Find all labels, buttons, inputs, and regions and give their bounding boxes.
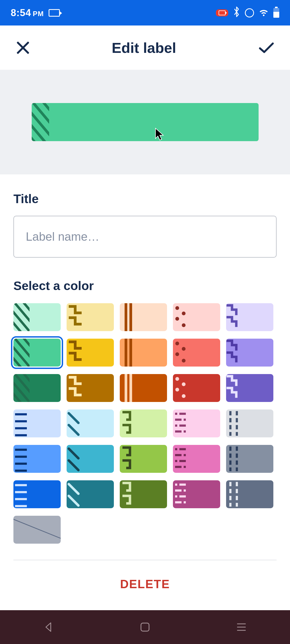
color-swatch-pink[interactable]	[173, 445, 220, 473]
color-swatch-red-light[interactable]	[173, 303, 220, 331]
color-swatch-purple[interactable]	[226, 339, 273, 367]
page-title: Edit label	[112, 39, 176, 56]
svg-line-31	[69, 425, 78, 435]
label-preview-area	[0, 70, 290, 174]
svg-line-62	[69, 484, 78, 494]
nav-recent-icon[interactable]	[236, 623, 247, 631]
color-swatch-lime-light[interactable]	[120, 409, 167, 437]
nav-home-icon[interactable]	[140, 622, 150, 632]
svg-line-63	[69, 496, 78, 506]
color-swatch-grid	[13, 303, 277, 544]
label-name-input[interactable]	[13, 216, 277, 258]
color-swatch-gray-light[interactable]	[226, 409, 273, 437]
color-swatch-orange[interactable]	[120, 339, 167, 367]
svg-rect-44	[15, 463, 27, 465]
svg-rect-37	[179, 425, 186, 427]
svg-rect-49	[179, 448, 186, 450]
color-swatch-lime-dark[interactable]	[120, 480, 167, 508]
svg-rect-61	[15, 505, 27, 507]
svg-rect-13	[129, 339, 132, 367]
recording-indicator-icon	[216, 9, 228, 16]
svg-rect-35	[184, 419, 186, 421]
battery-icon	[273, 8, 279, 18]
svg-rect-50	[175, 454, 182, 456]
color-swatch-green-dark[interactable]	[13, 374, 61, 402]
color-swatch-sky-dark[interactable]	[67, 480, 114, 508]
delete-button[interactable]: DELETE	[120, 577, 170, 591]
svg-rect-28	[15, 427, 27, 429]
svg-rect-27	[15, 420, 27, 422]
svg-point-15	[182, 347, 186, 351]
close-button[interactable]	[16, 41, 30, 55]
svg-rect-43	[15, 456, 27, 458]
color-swatch-sky-light[interactable]	[67, 409, 114, 437]
color-swatch-red-dark[interactable]	[173, 374, 220, 402]
color-swatch-yellow-dark[interactable]	[67, 374, 114, 402]
color-swatch-lime[interactable]	[120, 445, 167, 473]
svg-rect-34	[175, 419, 182, 421]
svg-point-6	[175, 306, 179, 310]
svg-rect-48	[175, 448, 177, 450]
color-swatch-none[interactable]	[13, 516, 61, 544]
color-swatch-orange-light[interactable]	[120, 303, 167, 331]
svg-rect-4	[125, 303, 127, 331]
svg-rect-59	[15, 491, 27, 493]
svg-rect-3	[13, 303, 30, 331]
svg-rect-53	[179, 460, 186, 462]
android-nav-bar	[0, 610, 290, 644]
svg-rect-70	[175, 501, 182, 503]
svg-rect-20	[125, 374, 127, 402]
svg-point-17	[182, 359, 186, 363]
color-swatch-pink-dark[interactable]	[173, 480, 220, 508]
svg-rect-42	[15, 449, 27, 451]
color-swatch-blue-dark[interactable]	[13, 480, 61, 508]
svg-rect-71	[184, 501, 186, 503]
confirm-button[interactable]	[258, 42, 274, 54]
color-swatch-pink-light[interactable]	[173, 409, 220, 437]
svg-rect-5	[129, 303, 132, 331]
color-swatch-red[interactable]	[173, 339, 220, 367]
wifi-icon	[259, 9, 269, 17]
label-preview	[32, 103, 259, 141]
svg-point-22	[175, 377, 179, 381]
svg-rect-66	[175, 489, 182, 492]
color-swatch-purple-light[interactable]	[226, 303, 273, 331]
svg-rect-36	[175, 425, 177, 427]
svg-rect-65	[179, 484, 186, 486]
color-swatch-green-light[interactable]	[13, 303, 61, 331]
svg-rect-11	[13, 339, 30, 367]
svg-rect-67	[184, 489, 186, 492]
svg-rect-69	[179, 495, 186, 497]
screencast-icon	[49, 9, 60, 17]
color-swatch-gray-dark[interactable]	[226, 480, 273, 508]
svg-point-14	[175, 342, 179, 345]
svg-rect-45	[15, 470, 27, 472]
color-swatch-blue-light[interactable]	[13, 409, 61, 437]
color-swatch-blue[interactable]	[13, 445, 61, 473]
svg-rect-38	[175, 430, 182, 433]
svg-point-9	[182, 323, 186, 327]
svg-point-16	[175, 352, 179, 356]
svg-rect-12	[125, 339, 127, 367]
svg-point-24	[175, 388, 179, 391]
color-swatch-green[interactable]	[13, 339, 61, 367]
color-swatch-orange-dark[interactable]	[120, 374, 167, 402]
svg-rect-1	[32, 103, 49, 141]
color-swatch-yellow-light[interactable]	[67, 303, 114, 331]
svg-rect-26	[15, 413, 27, 415]
svg-rect-33	[179, 413, 186, 415]
color-swatch-sky[interactable]	[67, 445, 114, 473]
svg-rect-19	[13, 374, 30, 402]
status-time: 8:54PM	[11, 7, 44, 19]
nav-back-icon[interactable]	[43, 622, 54, 632]
svg-rect-52	[175, 460, 177, 462]
svg-rect-74	[141, 623, 149, 631]
color-swatch-purple-dark[interactable]	[226, 374, 273, 402]
svg-rect-55	[184, 466, 186, 468]
svg-line-47	[69, 460, 78, 470]
color-swatch-yellow[interactable]	[67, 339, 114, 367]
svg-rect-21	[129, 374, 132, 402]
svg-line-30	[69, 413, 78, 423]
color-swatch-gray[interactable]	[226, 445, 273, 473]
svg-point-23	[182, 382, 186, 386]
